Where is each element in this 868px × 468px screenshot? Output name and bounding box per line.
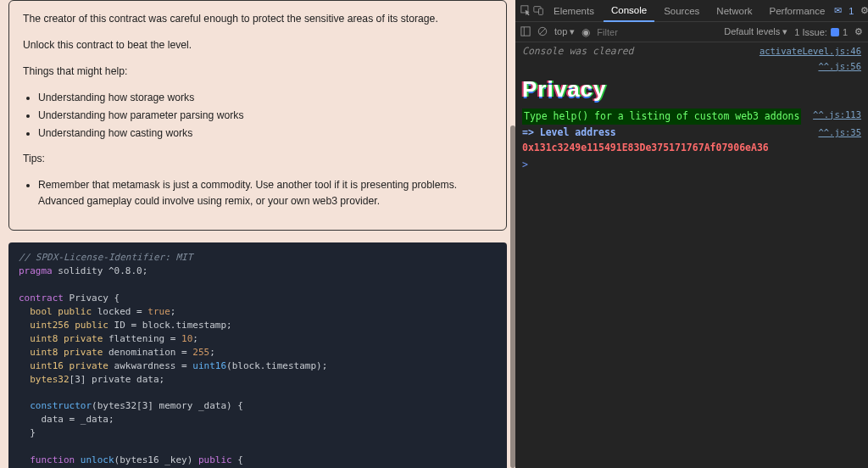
code-line: flattening = [103, 333, 181, 344]
devtools-panel: Elements Console Sources Network Perform… [515, 0, 868, 468]
help-header: Things that might help: [23, 64, 492, 80]
gear-icon[interactable]: ⚙ [860, 5, 868, 16]
description-p2: Unlock this contract to beat the level. [23, 37, 492, 53]
console-cleared: Console was cleared [522, 45, 634, 58]
levels-selector[interactable]: Default levels ▾ [724, 26, 787, 37]
code-line: locked = [92, 306, 147, 317]
code-line: data = _data; [19, 414, 114, 425]
help-item: Understanding how storage works [38, 90, 492, 106]
code-line: uint16 private [19, 360, 108, 371]
code-kw: contract [19, 292, 64, 304]
description-box: The creator of this contract was careful… [8, 0, 507, 231]
message-count: 1 [849, 6, 854, 16]
tips-list: Remember that metamask is just a commodi… [23, 177, 492, 209]
code-line: constructor [19, 400, 92, 411]
sidebar-toggle-icon[interactable] [520, 26, 531, 38]
console-gear-icon[interactable]: ⚙ [854, 26, 863, 37]
level-address-value: 0x131c3249e115491E83De375171767Af07906eA… [522, 142, 769, 155]
code-line: ID = block.timestamp; [108, 320, 232, 331]
tab-elements[interactable]: Elements [546, 0, 602, 22]
tips-header: Tips: [23, 151, 492, 167]
code-line: 255 [192, 347, 209, 358]
code-kw: pragma [19, 265, 53, 276]
code-line: (bytes32[3] memory _data) { [92, 400, 243, 411]
code-line: unlock [75, 454, 114, 465]
filter-input[interactable] [597, 27, 717, 37]
code-line: uint16 [192, 360, 226, 371]
code-line: [3] private data; [70, 374, 165, 385]
svg-line-6 [540, 28, 546, 34]
code-kw: function [19, 454, 75, 465]
challenge-page: The creator of this contract was careful… [0, 0, 515, 468]
message-icon[interactable]: ✉ [834, 5, 842, 16]
tab-performance[interactable]: Performance [762, 0, 833, 22]
clear-console-icon[interactable] [537, 26, 548, 38]
code-kw: public [198, 454, 232, 465]
svg-rect-3 [521, 26, 530, 35]
context-selector[interactable]: top ▾ [554, 26, 575, 37]
tab-sources[interactable]: Sources [656, 0, 707, 22]
help-item: Understanding how parameter parsing work… [38, 108, 492, 124]
eye-icon[interactable]: ◉ [581, 26, 590, 38]
code-line: awkwardness = [108, 360, 192, 371]
tab-network[interactable]: Network [709, 0, 760, 22]
code-line: (block.timestamp); [226, 360, 327, 371]
level-address-label: => Level address [522, 126, 616, 140]
svg-rect-2 [539, 8, 543, 14]
code-line: uint8 private [19, 347, 103, 358]
source-link[interactable]: ^^.js:56 [818, 60, 861, 72]
solidity-source[interactable]: // SPDX-License-Identifier: MIT pragma s… [8, 242, 507, 468]
inspect-icon[interactable] [520, 5, 531, 17]
code-line: 10 [181, 333, 192, 344]
tab-console[interactable]: Console [604, 0, 654, 22]
code-line: // SPDX-License-Identifier: MIT [19, 252, 192, 263]
code-line: bytes32 [19, 374, 70, 385]
tips-item: Remember that metamask is just a commodi… [38, 177, 492, 209]
code-line: { [232, 454, 243, 465]
issue-icon [831, 28, 839, 36]
source-link[interactable]: ^^.js:35 [818, 126, 861, 140]
console-prompt[interactable]: > [522, 155, 861, 172]
code-line: denomination = [103, 347, 192, 358]
code-line: } [19, 427, 36, 438]
code-line: uint256 public [19, 320, 108, 331]
help-list: Understanding how storage works Understa… [23, 90, 492, 142]
code-line: uint8 private [19, 333, 103, 344]
device-toggle-icon[interactable] [533, 5, 544, 17]
help-message: Type help() for a listing of custom web3… [522, 109, 801, 125]
source-link[interactable]: activateLevel.js:46 [760, 45, 861, 58]
code-line: true [147, 306, 170, 317]
code-line: Privacy { [64, 292, 120, 304]
source-link[interactable]: ^^.js:113 [813, 109, 861, 125]
console-body[interactable]: Console was clearedactivateLevel.js:46 ^… [515, 42, 868, 468]
code-line: bool public [19, 306, 92, 317]
help-item: Understanding how casting works [38, 125, 492, 142]
code-line: (bytes16 _key) [114, 454, 198, 465]
devtools-tabbar: Elements Console Sources Network Perform… [515, 0, 868, 22]
console-toolbar: top ▾ ◉ Default levels ▾ 1 Issue: 1 ⚙ [515, 22, 868, 42]
page-scrollbar[interactable] [510, 125, 515, 468]
issues-link[interactable]: 1 Issue: 1 [794, 27, 848, 37]
code-line: solidity ^0.8.0; [53, 265, 148, 276]
description-p1: The creator of this contract was careful… [23, 11, 492, 27]
privacy-banner: Privacy [522, 73, 861, 108]
